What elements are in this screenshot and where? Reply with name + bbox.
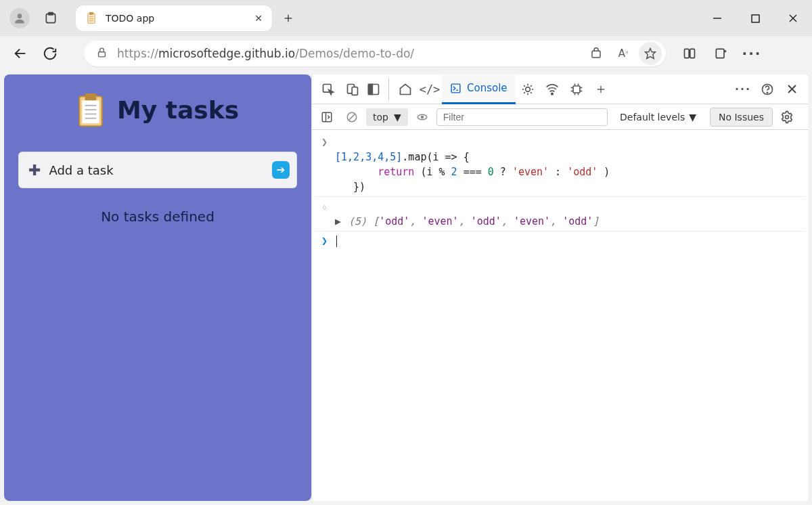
input-prompt-icon: ❯ xyxy=(321,234,335,248)
context-selector[interactable]: top ▼ xyxy=(366,108,408,126)
add-task-placeholder: Add a task xyxy=(49,163,272,177)
chevron-down-icon: ▼ xyxy=(689,112,696,123)
browser-titlebar: TODO app ✕ xyxy=(0,0,812,37)
tab-actions-button[interactable] xyxy=(41,8,61,28)
empty-state-text: No tasks defined xyxy=(101,208,215,225)
favorite-icon[interactable] xyxy=(639,42,662,65)
svg-point-51 xyxy=(767,92,767,93)
more-tabs-icon[interactable] xyxy=(589,78,613,101)
split-screen-icon[interactable] xyxy=(678,42,701,65)
maximize-button[interactable] xyxy=(736,3,774,34)
svg-rect-11 xyxy=(752,15,759,22)
levels-label: Default levels xyxy=(620,112,685,123)
new-tab-button[interactable] xyxy=(277,7,299,29)
svg-point-38 xyxy=(551,93,553,95)
tab-favicon xyxy=(85,12,97,24)
console-body[interactable]: ❯ [1,2,3,4,5].map(i => { return (i % 2 =… xyxy=(312,130,808,253)
close-devtools-icon[interactable] xyxy=(780,78,804,101)
add-task-input[interactable]: ✚ Add a task ➔ xyxy=(18,152,297,188)
svg-rect-16 xyxy=(592,51,600,58)
svg-rect-20 xyxy=(716,49,724,58)
submit-task-button[interactable]: ➔ xyxy=(272,161,290,179)
elements-tab-icon[interactable]: </> xyxy=(418,78,442,101)
svg-point-37 xyxy=(525,87,530,91)
console-tab-label: Console xyxy=(467,82,508,94)
dock-icon[interactable] xyxy=(365,78,389,101)
site-info-icon[interactable] xyxy=(96,47,108,61)
context-label: top xyxy=(373,112,388,123)
console-prompt[interactable]: ❯ xyxy=(315,233,805,249)
filter-input[interactable] xyxy=(436,108,608,126)
minimize-button[interactable] xyxy=(698,3,736,34)
inspect-element-icon[interactable] xyxy=(316,78,340,101)
log-levels-selector[interactable]: Default levels ▼ xyxy=(620,112,696,123)
live-expression-icon[interactable] xyxy=(412,106,432,129)
profile-button[interactable] xyxy=(9,8,30,28)
tab-title: TODO app xyxy=(106,13,252,24)
window-controls xyxy=(698,3,812,34)
devtools-tabbar: </> Console ··· xyxy=(312,74,808,104)
svg-rect-2 xyxy=(49,13,53,15)
console-toolbar: top ▼ Default levels ▼ No Issues xyxy=(312,104,808,130)
svg-rect-19 xyxy=(690,49,695,58)
todo-page: My tasks ✚ Add a task ➔ No tasks defined xyxy=(4,74,311,501)
welcome-tab-icon[interactable] xyxy=(393,78,418,101)
console-output-line: ⬨ ▶ (5) ['odd', 'even', 'odd', 'even', '… xyxy=(315,198,805,229)
svg-rect-25 xyxy=(82,101,99,124)
close-window-button[interactable] xyxy=(774,3,812,34)
console-input-line: ❯ [1,2,3,4,5].map(i => { return (i % 2 =… xyxy=(315,134,805,195)
help-icon[interactable] xyxy=(755,78,780,101)
shopping-icon[interactable] xyxy=(585,42,608,65)
svg-rect-39 xyxy=(573,86,580,93)
plus-icon: ✚ xyxy=(28,162,41,179)
clear-console-icon[interactable] xyxy=(342,106,362,129)
issues-button[interactable]: No Issues xyxy=(710,108,773,127)
input-prompt-icon: ❯ xyxy=(321,135,335,150)
devtools-panel: </> Console ··· xyxy=(311,74,808,501)
svg-point-60 xyxy=(786,115,789,118)
svg-point-0 xyxy=(18,14,22,18)
toggle-sidebar-icon[interactable] xyxy=(316,106,338,129)
back-button[interactable] xyxy=(5,39,35,68)
svg-line-57 xyxy=(349,114,355,120)
page-title: My tasks xyxy=(117,96,239,124)
console-tab[interactable]: Console xyxy=(442,74,516,104)
svg-marker-17 xyxy=(646,49,656,59)
browser-toolbar: https://microsoftedge.github.io/Demos/de… xyxy=(0,37,812,70)
address-bar[interactable]: https://microsoftedge.github.io/Demos/de… xyxy=(84,41,666,66)
console-settings-icon[interactable] xyxy=(777,110,797,124)
clipboard-icon xyxy=(76,93,105,126)
url-text: https://microsoftedge.github.io/Demos/de… xyxy=(117,47,581,60)
svg-point-59 xyxy=(421,116,423,118)
chevron-down-icon: ▼ xyxy=(394,112,401,123)
browser-actions: ··· xyxy=(678,42,763,65)
content-area: My tasks ✚ Add a task ➔ No tasks defined… xyxy=(0,70,812,505)
svg-rect-15 xyxy=(99,51,106,56)
devtools-more-icon[interactable]: ··· xyxy=(731,78,755,101)
browser-tab[interactable]: TODO app ✕ xyxy=(76,5,272,31)
expand-result-icon[interactable]: ▶ xyxy=(335,215,341,227)
output-arrow-icon: ⬨ xyxy=(321,199,335,214)
svg-rect-24 xyxy=(85,93,97,100)
network-tab-icon[interactable] xyxy=(540,78,564,101)
read-aloud-icon[interactable]: A⁾⁾ xyxy=(612,42,635,65)
svg-rect-4 xyxy=(89,12,93,15)
close-tab-icon[interactable]: ✕ xyxy=(252,10,265,26)
text-cursor xyxy=(336,236,337,247)
svg-rect-32 xyxy=(352,87,357,95)
performance-tab-icon[interactable] xyxy=(564,78,589,101)
svg-rect-34 xyxy=(368,84,372,94)
page-header: My tasks xyxy=(76,93,239,126)
device-toggle-icon[interactable] xyxy=(340,78,365,101)
svg-rect-18 xyxy=(685,49,690,58)
sources-tab-icon[interactable] xyxy=(516,78,540,101)
refresh-button[interactable] xyxy=(35,39,65,68)
more-icon[interactable]: ··· xyxy=(740,42,763,65)
collections-icon[interactable] xyxy=(709,42,732,65)
